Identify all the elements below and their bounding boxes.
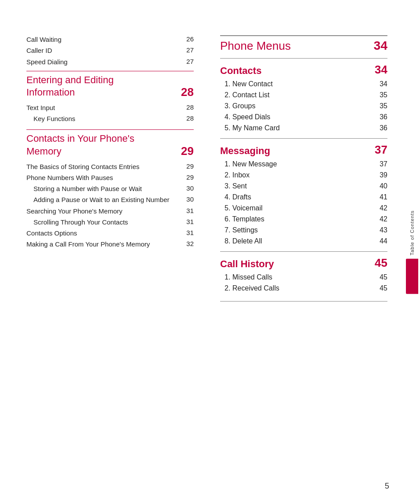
list-item: 4. Speed Dials 36 xyxy=(220,113,387,121)
list-item: 6. Templates 42 xyxy=(220,215,387,223)
side-tab-label: Table of Contents xyxy=(409,210,415,255)
side-tab-bar xyxy=(406,259,418,294)
call-history-title: Call History xyxy=(220,258,274,270)
entry-label: Speed Dialing xyxy=(26,58,181,66)
entry-number: 37 xyxy=(374,160,387,168)
contacts-number: 34 xyxy=(375,63,387,77)
section-contacts: Contacts 34 1. New Contact 34 2. Contact… xyxy=(220,63,387,132)
page-number: 5 xyxy=(385,482,389,491)
entry-number: 39 xyxy=(374,171,387,179)
list-item: Storing a Number with Pause or Wait 30 xyxy=(26,184,194,193)
entry-number: 26 xyxy=(181,35,194,43)
entry-label: 4. Drafts xyxy=(225,193,374,201)
call-history-header: Call History 45 xyxy=(220,256,387,270)
list-item: 1. Missed Calls 45 xyxy=(220,273,387,281)
entry-number: 42 xyxy=(374,215,387,223)
entry-number: 45 xyxy=(374,273,387,281)
entry-label: 2. Contact List xyxy=(225,91,374,99)
section-header: Entering and EditingInformation 28 xyxy=(26,71,194,99)
entry-label: 5. My Name Card xyxy=(225,124,374,132)
list-item: 3. Groups 35 xyxy=(220,102,387,110)
list-item: 7. Settings 43 xyxy=(220,226,387,234)
section-title: Entering and EditingInformation xyxy=(26,74,114,99)
list-item: Speed Dialing 27 xyxy=(26,58,194,66)
list-item: The Basics of Storing Contacts Entries 2… xyxy=(26,162,194,171)
section-header: Contacts in Your Phone'sMemory 29 xyxy=(26,129,194,158)
page-container: Call Waiting 26 Caller ID 27 Speed Diali… xyxy=(0,0,420,504)
entry-label: Key Functions xyxy=(33,114,181,123)
list-item: Contacts Options 31 xyxy=(26,229,194,238)
entry-number: 31 xyxy=(181,218,194,225)
section-call-history: Call History 45 1. Missed Calls 45 2. Re… xyxy=(220,256,387,292)
entry-number: 44 xyxy=(374,237,387,245)
entry-label: Scrolling Through Your Contacts xyxy=(33,218,181,227)
list-item: Text Input 28 xyxy=(26,103,194,112)
list-item: 3. Sent 40 xyxy=(220,182,387,190)
entry-number: 28 xyxy=(181,103,194,111)
entry-label: Contacts Options xyxy=(26,229,181,238)
list-item: Scrolling Through Your Contacts 31 xyxy=(26,218,194,227)
entry-number: 29 xyxy=(181,162,194,170)
entry-label: 7. Settings xyxy=(225,226,374,234)
entry-label: 2. Received Calls xyxy=(225,284,374,292)
section-entering-editing: Entering and EditingInformation 28 Text … xyxy=(26,71,194,124)
right-column: Phone Menus 34 Contacts 34 1. New Contac… xyxy=(211,35,387,478)
entry-label: 3. Sent xyxy=(225,182,374,190)
entry-number: 40 xyxy=(374,182,387,190)
entry-number: 31 xyxy=(181,207,194,214)
entry-number: 41 xyxy=(374,193,387,201)
entry-number: 36 xyxy=(374,124,387,132)
top-entries: Call Waiting 26 Caller ID 27 Speed Diali… xyxy=(26,35,194,66)
list-item: 5. My Name Card 36 xyxy=(220,124,387,132)
entry-label: Searching Your Phone's Memory xyxy=(26,207,181,216)
entry-number: 27 xyxy=(181,46,194,54)
divider xyxy=(220,58,387,59)
entry-label: Phone Numbers With Pauses xyxy=(26,173,181,182)
list-item: 8. Delete All 44 xyxy=(220,237,387,245)
entry-label: 1. New Message xyxy=(225,160,374,168)
entry-label: 2. Inbox xyxy=(225,171,374,179)
entry-number: 35 xyxy=(374,102,387,110)
list-item: Call Waiting 26 xyxy=(26,35,194,44)
bottom-divider xyxy=(220,301,387,302)
section-number: 29 xyxy=(181,144,194,158)
entry-number: 36 xyxy=(374,113,387,121)
entry-label: Text Input xyxy=(26,103,181,112)
entry-number: 28 xyxy=(181,114,194,122)
entry-label: 1. New Contact xyxy=(225,80,374,88)
list-item: 4. Drafts 41 xyxy=(220,193,387,201)
list-item: Adding a Pause or Wait to an Existing Nu… xyxy=(26,195,194,204)
entry-number: 30 xyxy=(181,184,194,192)
list-item: 5. Voicemail 42 xyxy=(220,204,387,212)
call-history-number: 45 xyxy=(375,256,387,270)
divider xyxy=(220,251,387,252)
phone-menus-title: Phone Menus xyxy=(220,39,291,53)
phone-menus-number: 34 xyxy=(374,39,387,53)
list-item: Key Functions 28 xyxy=(26,114,194,123)
entry-label: Storing a Number with Pause or Wait xyxy=(33,184,181,193)
entry-label: 4. Speed Dials xyxy=(225,113,374,121)
left-column: Call Waiting 26 Caller ID 27 Speed Diali… xyxy=(26,35,211,478)
entry-number: 32 xyxy=(181,240,194,247)
entry-number: 31 xyxy=(181,229,194,236)
divider xyxy=(220,138,387,139)
section-number: 28 xyxy=(181,85,194,99)
entry-number: 35 xyxy=(374,91,387,99)
section-contacts-memory: Contacts in Your Phone'sMemory 29 The Ba… xyxy=(26,129,194,249)
list-item: Making a Call From Your Phone's Memory 3… xyxy=(26,240,194,249)
list-item: Searching Your Phone's Memory 31 xyxy=(26,207,194,216)
entry-label: The Basics of Storing Contacts Entries xyxy=(26,162,181,171)
list-item: 1. New Message 37 xyxy=(220,160,387,168)
list-item: Phone Numbers With Pauses 29 xyxy=(26,173,194,182)
contacts-title: Contacts xyxy=(220,65,262,77)
phone-menus-header: Phone Menus 34 xyxy=(220,35,387,53)
entry-label: 3. Groups xyxy=(225,102,374,110)
side-tab: Table of Contents xyxy=(404,210,420,294)
list-item: Caller ID 27 xyxy=(26,46,194,55)
entry-label: Adding a Pause or Wait to an Existing Nu… xyxy=(33,195,181,204)
entry-label: Call Waiting xyxy=(26,35,181,44)
messaging-title: Messaging xyxy=(220,145,270,157)
messaging-number: 37 xyxy=(375,143,387,157)
list-item: 2. Inbox 39 xyxy=(220,171,387,179)
entry-number: 43 xyxy=(374,226,387,234)
